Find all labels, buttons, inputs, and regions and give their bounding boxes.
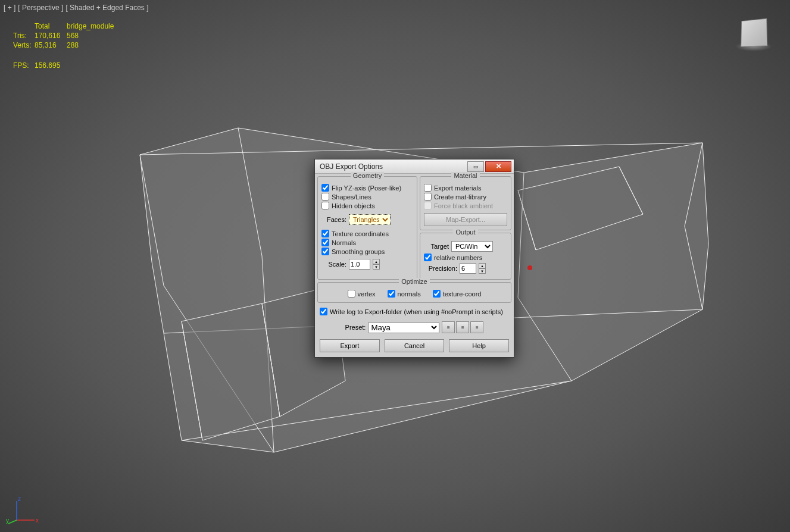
output-group: Output Target PC/Win relative numbers Pr… — [420, 233, 511, 280]
texcoord-checkbox[interactable] — [321, 230, 329, 237]
viewport-plus[interactable]: [ + ] — [4, 4, 15, 12]
optimize-legend: Optimize — [399, 278, 429, 285]
precision-input[interactable] — [460, 263, 476, 274]
preset-label: Preset: — [345, 324, 366, 331]
faces-label: Faces: — [321, 216, 346, 223]
preset-row: Preset: Maya ≡ ≡ ≡ — [317, 319, 511, 336]
normals-checkbox[interactable] — [321, 239, 329, 246]
svg-line-5 — [8, 520, 17, 524]
export-mat-checkbox[interactable] — [424, 184, 432, 192]
shapes-label: Shapes/Lines — [332, 193, 371, 201]
force-black-checkbox — [424, 202, 432, 209]
svg-marker-1 — [182, 303, 280, 440]
target-select[interactable]: PC/Win — [451, 241, 493, 252]
preset-btn-2[interactable]: ≡ — [456, 321, 469, 333]
faces-select[interactable]: Triangles — [349, 214, 391, 225]
scale-label: Scale: — [321, 261, 346, 268]
action-row: Export Cancel Help — [317, 336, 511, 355]
geometry-group: Geometry Flip YZ-axis (Poser-like) Shape… — [317, 176, 417, 280]
preset-btn-1[interactable]: ≡ — [442, 321, 455, 333]
stats-fps-label: FPS: — [13, 61, 35, 70]
export-button[interactable]: Export — [320, 339, 380, 352]
cancel-button[interactable]: Cancel — [385, 339, 445, 352]
flip-yz-label: Flip YZ-axis (Poser-like) — [332, 184, 401, 192]
svg-marker-3 — [518, 167, 643, 250]
opt-vertex-checkbox[interactable] — [348, 290, 355, 298]
log-label: Write log to Export-folder (when using #… — [330, 308, 503, 315]
scale-input[interactable] — [349, 259, 370, 270]
flip-yz-checkbox[interactable] — [321, 184, 329, 192]
map-export-button: Map-Export... — [424, 213, 507, 226]
hidden-label: Hidden objects — [332, 202, 375, 209]
dialog-title: OBJ Export Options — [320, 162, 467, 171]
material-group: Material Export materials Create mat-lib… — [420, 176, 511, 230]
axis-z-label: z — [18, 496, 21, 502]
pivot-marker — [527, 265, 532, 270]
stats-verts-label: Verts: — [13, 40, 35, 50]
texcoord-label: Texture coordinates — [332, 230, 389, 237]
precision-down-button[interactable]: ▼ — [479, 268, 486, 274]
scale-down-button[interactable]: ▼ — [373, 264, 380, 270]
material-legend: Material — [451, 172, 479, 179]
maximize-button[interactable]: ▭ — [467, 161, 484, 172]
smoothing-checkbox[interactable] — [321, 248, 329, 255]
relative-checkbox[interactable] — [424, 254, 432, 261]
opt-normals-label: normals — [398, 290, 421, 298]
axis-y-label: y — [6, 517, 9, 524]
force-black-label: Force black ambient — [434, 202, 493, 209]
opt-normals-checkbox[interactable] — [388, 290, 395, 298]
create-lib-label: Create mat-library — [434, 193, 486, 201]
stats-verts-total: 85,316 — [35, 40, 67, 50]
export-mat-label: Export materials — [434, 184, 481, 192]
optimize-group: Optimize vertex normals texture-coord — [317, 282, 511, 303]
viewport-label[interactable]: [ + ] [ Perspective ] [ Shaded + Edged F… — [4, 4, 148, 12]
output-legend: Output — [453, 229, 477, 236]
help-button[interactable]: Help — [449, 339, 509, 352]
stats-tris-obj: 568 — [67, 31, 79, 40]
stats-tris-total: 170,616 — [35, 31, 67, 40]
geometry-legend: Geometry — [351, 172, 384, 179]
shapes-checkbox[interactable] — [321, 193, 329, 201]
viewport-stats: . Total bridge_module Tris: 170,616 568 … — [13, 21, 114, 70]
scale-up-button[interactable]: ▲ — [373, 259, 380, 264]
hidden-checkbox[interactable] — [321, 202, 329, 209]
viewport-shading[interactable]: [ Shaded + Edged Faces ] — [65, 4, 148, 12]
obj-export-dialog: OBJ Export Options ▭ ✕ Geometry Flip YZ-… — [314, 159, 514, 358]
opt-texcoord-checkbox[interactable] — [433, 290, 441, 298]
log-row: Write log to Export-folder (when using #… — [317, 305, 511, 319]
create-lib-checkbox[interactable] — [424, 193, 432, 201]
preset-select[interactable]: Maya — [368, 322, 439, 333]
relative-label: relative numbers — [434, 254, 482, 261]
target-label: Target — [424, 243, 449, 250]
stats-col2-header: bridge_module — [67, 21, 114, 31]
axis-gizmo[interactable]: x y z — [6, 495, 42, 525]
stats-col1-header: Total — [35, 21, 67, 31]
viewport-view[interactable]: [ Perspective ] — [18, 4, 63, 12]
opt-vertex-label: vertex — [358, 290, 376, 298]
log-checkbox[interactable] — [320, 308, 327, 315]
smoothing-label: Smoothing groups — [332, 248, 385, 255]
axis-x-label: x — [36, 517, 39, 524]
close-button[interactable]: ✕ — [485, 161, 511, 172]
precision-label: Precision: — [424, 265, 457, 272]
preset-btn-3[interactable]: ≡ — [470, 321, 483, 333]
viewcube[interactable] — [741, 18, 767, 47]
stats-fps-value: 156.695 — [35, 61, 67, 70]
stats-tris-label: Tris: — [13, 31, 35, 40]
precision-up-button[interactable]: ▲ — [479, 263, 486, 268]
stats-verts-obj: 288 — [67, 40, 79, 50]
normals-label: Normals — [332, 239, 356, 246]
opt-texcoord-label: texture-coord — [443, 290, 482, 298]
